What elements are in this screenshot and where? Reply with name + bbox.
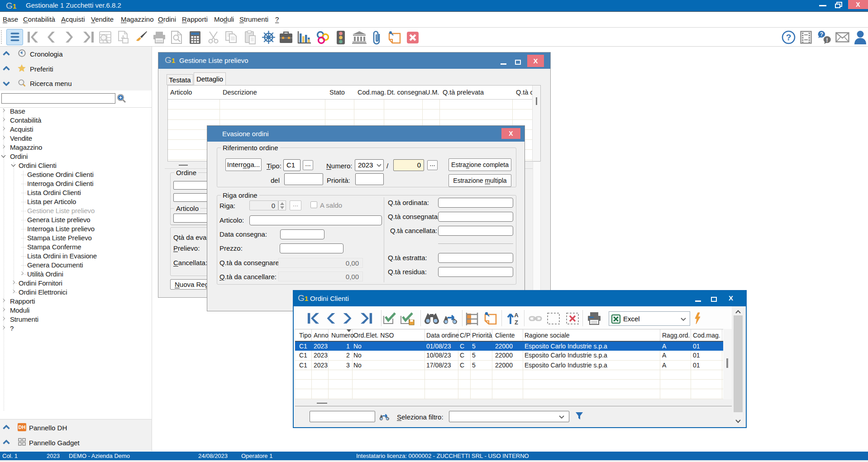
svg-text:?: ? [786, 33, 792, 42]
svg-text:Z: Z [515, 319, 518, 325]
svg-text:?: ? [820, 31, 823, 38]
svg-text:!: ! [826, 37, 828, 43]
svg-text:A: A [514, 312, 519, 319]
